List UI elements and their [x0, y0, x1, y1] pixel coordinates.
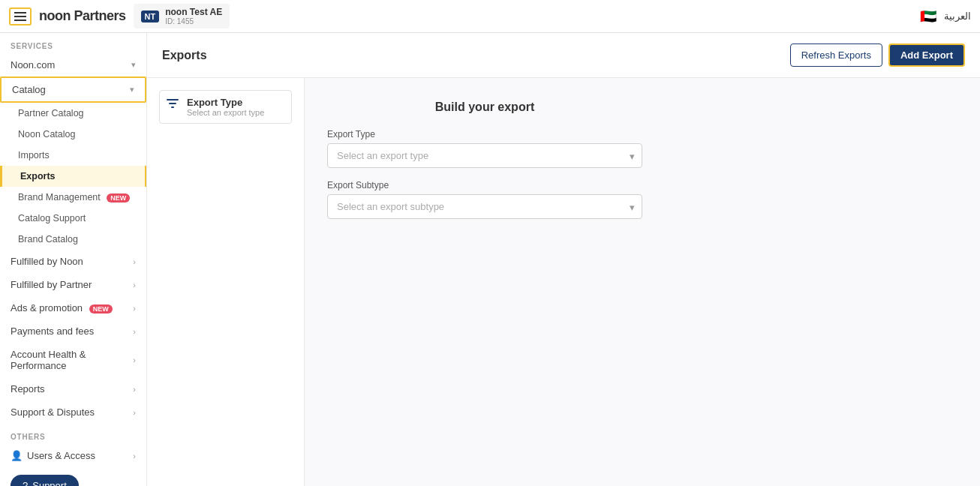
chevron-right-icon: › [133, 356, 136, 364]
filter-icon [166, 97, 179, 114]
add-export-button[interactable]: Add Export [888, 44, 965, 67]
chevron-right-icon: › [133, 408, 136, 417]
fulfilled-noon-label: Fulfilled by Noon [11, 256, 83, 267]
export-subtype-group: Export Subtype Select an export subtype [327, 180, 642, 219]
build-export-section: Build your export Export Type Select an … [327, 100, 642, 219]
export-type-title: Export Type [187, 97, 264, 108]
user-info: noon Test AE ID: 1455 [165, 7, 222, 26]
export-type-group: Export Type Select an export type [327, 129, 642, 168]
noon-label: Noon.com [11, 59, 55, 70]
top-bar: noon Partners NT noon Test AE ID: 1455 🇦… [0, 0, 980, 33]
flag-icon: 🇦🇪 [920, 8, 936, 25]
content-header: Exports Refresh Exports Add Export [147, 33, 980, 78]
sidebar-sub-exports[interactable]: Exports [0, 166, 146, 187]
logo-text: noon Partners [39, 8, 126, 23]
left-panel: Export Type Select an export type [147, 78, 305, 486]
export-type-select[interactable]: Select an export type [327, 143, 642, 168]
logo: noon Partners [39, 8, 126, 24]
sidebar-item-catalog[interactable]: Catalog ▾ [0, 76, 146, 103]
sidebar-sub-partner-catalog[interactable]: Partner Catalog [0, 103, 146, 124]
export-type-label: Export Type [327, 129, 642, 140]
fulfilled-partner-label: Fulfilled by Partner [11, 279, 92, 290]
reports-label: Reports [11, 383, 45, 394]
chevron-right-icon: › [133, 327, 136, 336]
export-type-subtitle: Select an export type [187, 108, 264, 117]
chevron-down-icon: ▾ [131, 60, 136, 70]
chevron-right-icon: › [133, 452, 136, 460]
chevron-right-icon: › [133, 280, 136, 290]
hamburger-button[interactable] [9, 8, 32, 26]
export-type-text: Export Type Select an export type [187, 97, 264, 117]
users-icon: 👤 [11, 450, 23, 461]
export-subtype-select[interactable]: Select an export subtype [327, 194, 642, 219]
sidebar-sub-noon-catalog[interactable]: Noon Catalog [0, 124, 146, 145]
chevron-right-icon: › [133, 385, 136, 394]
language-button[interactable]: العربية [944, 10, 971, 22]
sidebar-item-fulfilled-partner[interactable]: Fulfilled by Partner › [0, 273, 146, 296]
support-button[interactable]: ? Support [11, 475, 79, 486]
new-badge: NEW [89, 304, 113, 314]
sidebar-item-account-health[interactable]: Account Health & Performance › [0, 343, 146, 377]
sidebar-item-ads[interactable]: Ads & promotion NEW › [0, 296, 146, 320]
content-body: Export Type Select an export type Build … [147, 78, 980, 486]
page-title: Exports [162, 49, 207, 62]
build-export-title: Build your export [327, 100, 642, 114]
export-subtype-select-wrapper: Select an export subtype [327, 194, 642, 219]
sidebar-sub-catalog-support[interactable]: Catalog Support [0, 208, 146, 229]
top-bar-left: noon Partners NT noon Test AE ID: 1455 [9, 4, 230, 28]
services-label: SERVICES [0, 33, 146, 53]
sidebar-item-users-access[interactable]: 👤 Users & Access › [0, 444, 146, 467]
refresh-exports-button[interactable]: Refresh Exports [790, 44, 882, 67]
sidebar: SERVICES Noon.com ▾ Catalog ▾ Partner Ca… [0, 33, 147, 486]
chevron-right-icon: › [133, 257, 136, 266]
catalog-label: Catalog [12, 84, 46, 95]
header-buttons: Refresh Exports Add Export [790, 44, 965, 67]
sidebar-sub-brand-catalog[interactable]: Brand Catalog [0, 229, 146, 250]
account-health-label: Account Health & Performance [11, 349, 133, 371]
catalog-submenu: Partner Catalog Noon Catalog Imports Exp… [0, 103, 146, 250]
right-panel: Build your export Export Type Select an … [305, 78, 980, 486]
content-area: Exports Refresh Exports Add Export [147, 33, 980, 486]
export-type-select-wrapper: Select an export type [327, 143, 642, 168]
user-id: ID: 1455 [165, 17, 222, 26]
sidebar-sub-imports[interactable]: Imports [0, 145, 146, 166]
question-icon: ? [23, 480, 28, 486]
sidebar-sub-brand-management[interactable]: Brand Management NEW [0, 187, 146, 208]
user-name: noon Test AE [165, 7, 222, 17]
new-badge: NEW [107, 194, 130, 202]
top-bar-right: 🇦🇪 العربية [920, 8, 971, 25]
sidebar-item-support-disputes[interactable]: Support & Disputes › [0, 400, 146, 424]
chevron-right-icon: › [133, 304, 136, 313]
user-avatar: NT [141, 10, 160, 22]
export-subtype-label: Export Subtype [327, 180, 642, 190]
user-badge: NT noon Test AE ID: 1455 [134, 4, 230, 28]
payments-label: Payments and fees [11, 326, 94, 337]
support-disputes-label: Support & Disputes [11, 406, 95, 418]
sidebar-item-fulfilled-noon[interactable]: Fulfilled by Noon › [0, 250, 146, 273]
sidebar-item-reports[interactable]: Reports › [0, 377, 146, 400]
main-layout: SERVICES Noon.com ▾ Catalog ▾ Partner Ca… [0, 33, 980, 486]
export-type-card[interactable]: Export Type Select an export type [159, 90, 292, 124]
chevron-down-icon: ▾ [130, 85, 134, 94]
users-access-label: Users & Access [27, 450, 95, 461]
ads-label: Ads & promotion NEW [11, 302, 113, 314]
sidebar-item-noon[interactable]: Noon.com ▾ [0, 53, 146, 76]
others-label: OTHERS [0, 424, 146, 444]
support-label: Support [32, 480, 67, 486]
sidebar-item-payments[interactable]: Payments and fees › [0, 320, 146, 343]
